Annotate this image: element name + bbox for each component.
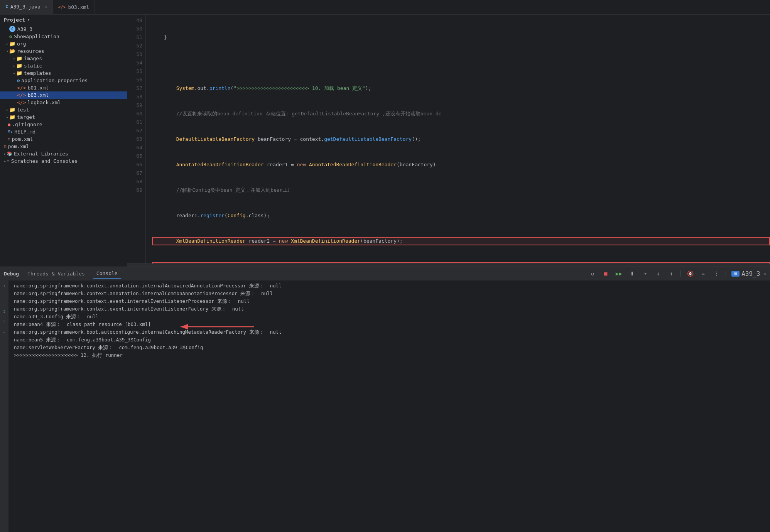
left-tool-4[interactable]: ↓ [0, 328, 8, 335]
extlibs-icon: 📚 [7, 151, 12, 156]
scratches-icon: ≡ [7, 159, 10, 164]
tab-xml[interactable]: </> b03.xml [53, 0, 95, 15]
xml-tab-label: b03.xml [68, 4, 89, 10]
b01-xml-icon: </> [17, 85, 26, 91]
tree-item-images-label: images [24, 56, 42, 61]
tree-item-gitignore-label: .gitignore [12, 122, 42, 127]
debug-tab-threads[interactable]: Threads & Variables [24, 269, 88, 278]
debug-step-out-icon[interactable]: ↑ [667, 270, 675, 277]
tree-item-templates[interactable]: 📁 templates [0, 69, 127, 77]
bulb-icon[interactable]: 💡 [146, 262, 150, 263]
tree-item-scratches[interactable]: ≡ Scratches and Consoles [0, 157, 127, 165]
logback-xml-icon: </> [17, 100, 26, 105]
console-line-3: name:org.springframework.context.event.i… [11, 305, 770, 313]
scratches-chevron[interactable] [4, 159, 6, 163]
java-tab-label: A39_3.java [10, 4, 41, 10]
tree-item-templates-label: templates [24, 70, 51, 76]
tab-java[interactable]: C A39_3.java ✕ [0, 0, 53, 15]
debug-pause-icon[interactable]: ⏸ [628, 270, 636, 277]
tree-item-scratches-label: Scratches and Consoles [11, 158, 78, 164]
extlibs-chevron[interactable] [4, 152, 6, 156]
console-line-5-text: name:bean4 来源： class path resource [b03.… [14, 321, 151, 328]
tree-item-logbackxml-label: logback.xml [27, 100, 61, 105]
console-line-9: >>>>>>>>>>>>>>>>>>>>>> 12. 执行 runner [11, 351, 770, 359]
console-line-8: name:servletWebServerFactory 来源： com.fen… [11, 344, 770, 351]
tree-item-a39[interactable]: C A39_3 [0, 25, 127, 33]
left-tool-1[interactable]: ⬆ [0, 282, 8, 290]
code-line-50 [152, 59, 770, 67]
target-folder-icon: 📁 [9, 114, 15, 120]
debug-mute-icon[interactable]: 🔇 [686, 270, 694, 277]
debug-resume-icon[interactable]: ▶▶ [615, 270, 623, 277]
code-line-51: System.out.println(">>>>>>>>>>>>>>>>>>>>… [152, 84, 770, 93]
debug-step-into-icon[interactable]: ↓ [654, 270, 662, 277]
horizontal-scrollbar[interactable] [127, 263, 770, 267]
debug-run-tab[interactable]: 🖥 A39_3 ✕ [731, 270, 766, 277]
static-chevron[interactable] [13, 64, 15, 68]
debug-bar: Debug Threads & Variables Console ↺ ■ ▶▶… [0, 267, 770, 280]
tree-item-helpmd[interactable]: M↓ HELP.md [0, 128, 127, 135]
tree-item-helpmd-label: HELP.md [14, 129, 35, 135]
code-container[interactable]: 49 50 51 52 53 54 55 56 57 58 59 60 61 6… [127, 15, 770, 263]
threads-tab-label: Threads & Variables [27, 271, 85, 277]
debug-edit-icon[interactable]: ✏ [699, 270, 707, 277]
code-content[interactable]: } System.out.println(">>>>>>>>>>>>>>>>>>… [146, 15, 770, 263]
a39-close-icon[interactable]: ✕ [763, 271, 766, 276]
tree-item-resources[interactable]: 📂 resources [0, 47, 127, 55]
tree-item-b01xml-label: b01.xml [27, 85, 49, 91]
resources-chevron[interactable] [6, 49, 8, 53]
md-icon: M↓ [8, 129, 13, 134]
debug-step-over-icon[interactable]: ↷ [641, 270, 649, 277]
tree-item-extlibs-label: External Libraries [14, 151, 68, 157]
tree-item-appprops-label: application.properties [21, 78, 88, 83]
debug-separator2 [726, 270, 726, 277]
images-chevron[interactable] [13, 56, 15, 61]
tree-item-pomxml2[interactable]: m pom.xml [0, 135, 127, 143]
static-folder-icon: 📁 [16, 63, 22, 69]
left-tool-2[interactable]: ↧ [0, 307, 8, 315]
spring-icon: ⚙ [9, 34, 12, 39]
console-line-2: name:org.springframework.context.event.i… [11, 297, 770, 305]
debug-tab-console[interactable]: Console [93, 269, 121, 279]
tree-item-extlibs[interactable]: 📚 External Libraries [0, 150, 127, 157]
tree-item-pomxml3[interactable]: m pom.xml [0, 143, 127, 150]
target-chevron[interactable] [6, 115, 8, 119]
tree-item-b03xml[interactable]: </> b03.xml [0, 91, 127, 99]
org-chevron[interactable] [6, 42, 8, 46]
debug-stop-icon[interactable]: ■ [602, 270, 610, 277]
tree-item-logbackxml[interactable]: </> logback.xml [0, 99, 127, 106]
tree-item-test[interactable]: 📁 test [0, 106, 127, 113]
java-tab-close[interactable]: ✕ [44, 4, 47, 9]
tree-item-b03xml-label: b03.xml [27, 92, 49, 98]
tree-item-pomxml2-label: pom.xml [12, 136, 33, 142]
tree-item-gitignore[interactable]: ● .gitignore [0, 121, 127, 128]
left-tool-3[interactable]: ↑ [0, 318, 8, 325]
folder-open-icon: 📂 [9, 48, 15, 54]
tree-item-target[interactable]: 📁 target [0, 113, 127, 121]
gitignore-icon: ● [8, 122, 10, 127]
tree-item-org[interactable]: 📁 org [0, 40, 127, 47]
tree-item-b01xml[interactable]: </> b01.xml [0, 84, 127, 91]
debug-label: Debug [4, 271, 19, 277]
console-line-6: name:org.springframework.boot.autoconfig… [11, 328, 770, 336]
line-numbers: 49 50 51 52 53 54 55 56 57 58 59 60 61 6… [127, 15, 146, 263]
console-area[interactable]: name:org.springframework.context.annotat… [8, 280, 770, 532]
tree-item-appprops[interactable]: ⚙ application.properties [0, 77, 127, 84]
images-folder-icon: 📁 [16, 56, 22, 61]
debug-separator [681, 270, 681, 277]
main-area: Project ▾ C A39_3 ⚙ ShowApplication 📁 or… [0, 15, 770, 267]
code-line-49: } [152, 33, 770, 42]
tree-item-static[interactable]: 📁 static [0, 62, 127, 69]
code-line-57: XmlBeanDefinitionReader reader2 = new Xm… [152, 237, 770, 245]
debug-more-icon[interactable]: ⋮ [713, 270, 720, 277]
test-chevron[interactable] [6, 108, 8, 112]
tree-item-pomxml3-label: pom.xml [8, 144, 29, 149]
chevron-down-icon[interactable]: ▾ [27, 17, 30, 22]
left-tools: ⬆ ↧ ↑ ↓ [0, 280, 8, 532]
tree-item-showapp[interactable]: ⚙ ShowApplication [0, 33, 127, 40]
tree-item-images[interactable]: 📁 images [0, 55, 127, 62]
console-tab-label: Console [96, 270, 118, 276]
tab-bar: C A39_3.java ✕ </> b03.xml [0, 0, 770, 15]
debug-rerun-icon[interactable]: ↺ [589, 270, 596, 277]
templates-chevron[interactable] [13, 71, 15, 75]
